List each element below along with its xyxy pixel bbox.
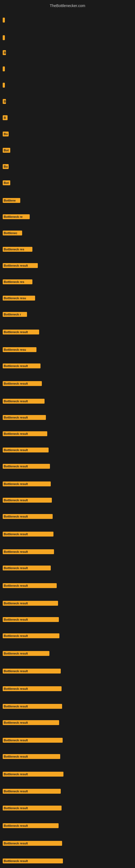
bar-item: Bottleneck result [3, 263, 38, 268]
bar-item [3, 35, 5, 40]
bar-item: Bot [3, 148, 10, 153]
bar-item: Bottleneck result [3, 364, 41, 368]
bar-label: Bottleneck result [4, 515, 28, 518]
bar-row: Bottleneck result [3, 399, 45, 404]
bar-row: Bottleneck result [3, 330, 39, 335]
bar-label: Bo [4, 132, 8, 135]
bar-item: Bottleneck result [3, 601, 58, 606]
bar-item: Bottleneck resu [3, 296, 35, 301]
bar-item: Bottleneck resu [3, 347, 37, 352]
bar-label: Bottleneck resu [4, 297, 26, 300]
bar-label: Bottleneck result [4, 432, 28, 435]
bar-label: Bottleneck result [4, 824, 28, 827]
bar-item: Bottleneck result [3, 330, 39, 335]
bar-label: Bottleneck result [4, 566, 28, 569]
bar-item: Bottleneck result [3, 549, 54, 554]
bar-row [3, 66, 5, 71]
bar-label: Bo [4, 165, 8, 168]
bar-label: Bottleneck res [4, 248, 24, 251]
bar-row: Bottleneck result [3, 482, 51, 486]
bar-row: Bottleneck result [3, 789, 61, 794]
bar-item: Bottleneck result [3, 447, 49, 453]
bar-row: Bottleneck result [3, 806, 61, 810]
bar-label: Bottleneck result [4, 382, 28, 385]
bar-item: B [3, 99, 6, 104]
bar-item: Bottleneck result [3, 841, 62, 846]
bar-item: Bottleneck result [3, 686, 61, 691]
site-title: TheBottlenecker.com [0, 1, 135, 10]
bar-row: Bottleneck result [3, 549, 54, 554]
bar-item: Bottleneck result [3, 514, 53, 519]
bar-label: Bottleneck result [4, 601, 28, 605]
bar-row: Bottleneck result [3, 583, 57, 588]
bar-item: Bottleneck res [3, 279, 32, 284]
bar-row: Bottleneck result [3, 447, 49, 453]
bar-item: Bo [3, 164, 9, 169]
bar-item: Bottleneck result [3, 772, 63, 777]
bar-label: Bottleneck result [4, 687, 28, 690]
bar-row: Bottleneck result [3, 565, 51, 570]
bar-item: Bottleneck result [3, 415, 46, 420]
bar-label: Bottleneck result [4, 739, 28, 742]
bar-row: Bottleneck result [3, 704, 62, 709]
bar-item: Bottleneck result [3, 498, 52, 503]
bar-label: Bottleneck result [4, 789, 28, 793]
bar-row [3, 83, 5, 88]
bar-label: Bottlenec [4, 231, 17, 235]
bar-row: Bottleneck result [3, 415, 46, 420]
bar-label: Bottleneck result [4, 416, 28, 419]
bar-item: Bottleneck result [3, 464, 50, 469]
bar-label: Bottleneck r [4, 313, 21, 316]
bar-label: Bottleneck result [4, 448, 28, 452]
bar-item: Bottleneck result [3, 669, 61, 674]
bar-item: Bottleneck res [3, 247, 32, 252]
bar-row: Bottleneck result [3, 669, 61, 674]
bar-item: Bottleneck result [3, 532, 53, 536]
bar-row: Bottleneck result [3, 720, 59, 725]
bar-item: Bottleneck result [3, 482, 51, 486]
bar-item: B [3, 115, 8, 120]
bar-item: Bottleneck result [3, 583, 57, 588]
bar-item: Bottleneck result [3, 381, 42, 386]
bar-row: Bottleneck result [3, 754, 60, 759]
bar-label: Bottleneck result [4, 400, 28, 403]
bar-row: Bo [3, 164, 9, 169]
bar-item: Bottleneck result [3, 738, 63, 743]
bar-label: Bottleneck result [4, 584, 28, 587]
bar-row: Bottleneck result [3, 514, 53, 519]
bar-row: B [3, 115, 8, 120]
bar-row: Bottleneck result [3, 464, 50, 469]
bar-row: Bottleneck result [3, 686, 61, 691]
bar-item: Bottleneck result [3, 859, 63, 863]
bar-row: Bottleneck result [3, 263, 38, 268]
bar-label: B [4, 100, 6, 103]
bar-label: Bottleneck result [4, 634, 28, 638]
bar-row: Bottleneck result [3, 601, 58, 606]
bar-row: Bottleneck result [3, 823, 58, 828]
bar-row: Bottleneck result [3, 738, 63, 743]
bar-item: Bottleneck result [3, 823, 58, 828]
bar-label: Bottleneck result [4, 755, 28, 758]
bar-item: Bottleneck result [3, 633, 59, 638]
bar-label: Bottleneck result [4, 773, 28, 776]
bar-label: Bottleneck result [4, 364, 28, 368]
bar-row: Bottleneck result [3, 532, 53, 536]
bar-row: Bot [3, 148, 10, 153]
bar-label: Bottleneck result [4, 705, 28, 708]
bar-row: Bottleneck r [3, 312, 27, 317]
bar-row: Bottleneck result [3, 859, 63, 863]
bar-label: Bottlene [4, 199, 16, 202]
bar-row: Bot [3, 180, 10, 185]
bar-row: Bo [3, 131, 9, 136]
bar-item: Bottleneck result [3, 720, 59, 725]
bar-item: Bottleneck result [3, 399, 45, 404]
bar-item: Bottleneck result [3, 431, 47, 436]
bar-row: Bottleneck re [3, 214, 30, 219]
bar-item: Bottleneck result [3, 789, 61, 794]
bar-label: Bottleneck result [4, 499, 28, 502]
bar-item: Bo [3, 131, 9, 136]
bar-row: Bottleneck result [3, 651, 49, 656]
bar-item: Bottleneck result [3, 617, 59, 622]
bar-row: Bottleneck result [3, 431, 47, 436]
bar-item [3, 83, 5, 88]
